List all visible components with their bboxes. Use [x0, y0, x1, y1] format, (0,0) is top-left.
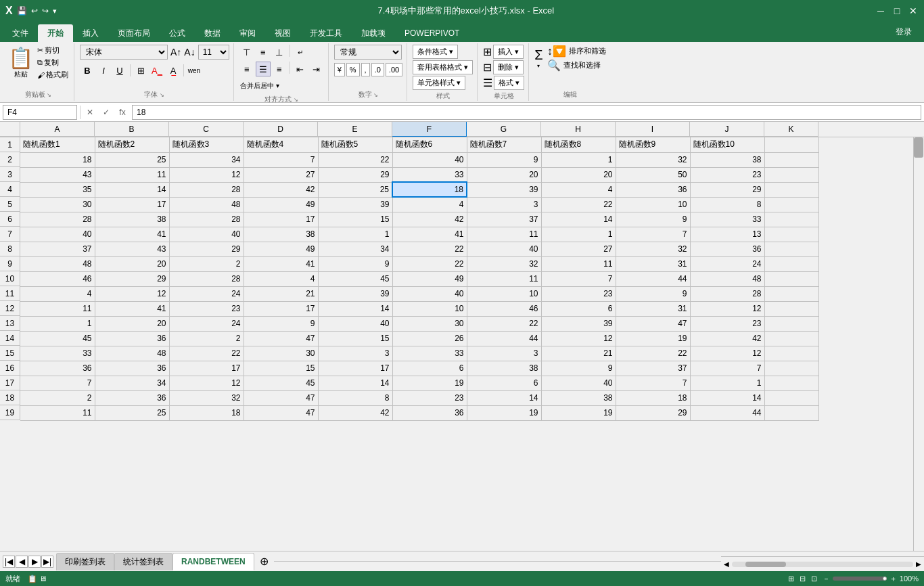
name-box[interactable] [3, 105, 77, 120]
cell-r9-c2[interactable]: 20 [95, 256, 169, 271]
increase-decimal-button[interactable]: .00 [386, 63, 402, 76]
cell-r3-c7[interactable]: 20 [467, 167, 541, 182]
cell-r14-c4[interactable]: 47 [244, 331, 318, 346]
cell-r10-c7[interactable]: 11 [467, 271, 541, 286]
insert-button[interactable]: 插入 ▾ [493, 45, 524, 59]
copy-button[interactable]: ⧉ 复制 [36, 57, 70, 68]
row-num-6[interactable]: 6 [0, 212, 20, 227]
cell-r18-c3[interactable]: 32 [169, 390, 244, 405]
cell-r15-c10[interactable]: 12 [690, 346, 764, 361]
cell-r16-c11[interactable] [764, 361, 818, 376]
cell-r10-c5[interactable]: 45 [318, 271, 392, 286]
cell-r5-c9[interactable]: 10 [616, 197, 690, 212]
cell-r18-c11[interactable] [764, 390, 818, 405]
cell-r16-c8[interactable]: 9 [541, 361, 616, 376]
row-num-19[interactable]: 19 [0, 405, 20, 420]
tab-addins[interactable]: 加载项 [352, 24, 395, 42]
row-num-3[interactable]: 3 [0, 167, 20, 182]
decrease-decimal-button[interactable]: .0 [371, 63, 384, 76]
cell-r14-c3[interactable]: 2 [169, 331, 244, 346]
cell-r2-c9[interactable]: 32 [616, 152, 690, 167]
cell-r15-c5[interactable]: 3 [318, 346, 392, 361]
cell-r5-c8[interactable]: 22 [541, 197, 616, 212]
minimize-button[interactable]: ─ [875, 5, 886, 16]
format-as-table-button[interactable]: 套用表格格式 ▾ [413, 60, 473, 74]
cell-r13-c1[interactable]: 1 [20, 316, 95, 331]
align-right-button[interactable]: ≡ [272, 62, 287, 76]
cell-r2-c8[interactable]: 1 [541, 152, 616, 167]
cell-r12-c8[interactable]: 6 [541, 301, 616, 316]
cell-r17-c3[interactable]: 12 [169, 376, 244, 390]
sheet-tab-tongji[interactable]: 统计签到表 [114, 553, 172, 570]
cell-r13-c6[interactable]: 30 [392, 316, 467, 331]
conditional-format-button[interactable]: 条件格式 ▾ [413, 45, 458, 59]
row-num-11[interactable]: 11 [0, 286, 20, 301]
redo-icon[interactable]: ↪ [42, 6, 49, 16]
formula-input[interactable] [132, 105, 921, 120]
cell-r16-c1[interactable]: 36 [20, 361, 95, 376]
insert-function-icon[interactable]: fx [116, 106, 129, 119]
cell-r6-c2[interactable]: 38 [95, 212, 169, 227]
cell-r18-c9[interactable]: 18 [616, 390, 690, 405]
cell-r12-c5[interactable]: 14 [318, 301, 392, 316]
cell-r10-c8[interactable]: 7 [541, 271, 616, 286]
cell-r4-c5[interactable]: 25 [318, 182, 392, 197]
cell-r6-c7[interactable]: 37 [467, 212, 541, 227]
cell-r11-c10[interactable]: 28 [690, 286, 764, 301]
cell-r16-c10[interactable]: 7 [690, 361, 764, 376]
cell-r6-c3[interactable]: 28 [169, 212, 244, 227]
cell-r8-c6[interactable]: 22 [392, 242, 467, 256]
currency-button[interactable]: ¥ [334, 63, 345, 76]
cell-r9-c3[interactable]: 2 [169, 256, 244, 271]
sheet-next-button[interactable]: ▶ [28, 556, 41, 568]
cell-r4-c3[interactable]: 28 [169, 182, 244, 197]
cell-r16-c7[interactable]: 38 [467, 361, 541, 376]
cell-r19-c11[interactable] [764, 405, 818, 420]
row-num-16[interactable]: 16 [0, 361, 20, 376]
cell-r9-c7[interactable]: 32 [467, 256, 541, 271]
cell-r9-c4[interactable]: 41 [244, 256, 318, 271]
cell-r7-c10[interactable]: 13 [690, 227, 764, 242]
cell-r4-c2[interactable]: 14 [95, 182, 169, 197]
grid[interactable]: 随机函数1随机函数2随机函数3随机函数4随机函数5随机函数6随机函数7随机函数8… [20, 137, 913, 551]
sort-filter-label[interactable]: 排序和筛选 [569, 46, 606, 56]
sum-button[interactable]: Σ ▾ [534, 47, 542, 69]
delete-button[interactable]: 删除 ▾ [493, 60, 524, 74]
col-header-a[interactable]: A [20, 122, 95, 137]
border-button[interactable]: ⊞ [133, 63, 148, 78]
align-bottom-button[interactable]: ⊥ [272, 45, 287, 60]
cell-r6-c5[interactable]: 15 [318, 212, 392, 227]
percent-button[interactable]: % [346, 63, 360, 76]
cell-r7-c9[interactable]: 7 [616, 227, 690, 242]
cell-r17-c11[interactable] [764, 376, 818, 390]
cell-r3-c2[interactable]: 11 [95, 167, 169, 182]
zoom-out-icon[interactable]: － [823, 574, 830, 584]
cell-r5-c11[interactable] [764, 197, 818, 212]
login-button[interactable]: 登录 [889, 25, 919, 39]
cell-r5-c6[interactable]: 4 [392, 197, 467, 212]
cell-r14-c10[interactable]: 42 [690, 331, 764, 346]
cell-r11-c3[interactable]: 24 [169, 286, 244, 301]
cell-r7-c11[interactable] [764, 227, 818, 242]
cell-r11-c7[interactable]: 10 [467, 286, 541, 301]
cell-r17-c9[interactable]: 7 [616, 376, 690, 390]
cell-r14-c9[interactable]: 19 [616, 331, 690, 346]
cell-r8-c10[interactable]: 36 [690, 242, 764, 256]
tab-review[interactable]: 审阅 [230, 24, 265, 42]
confirm-formula-icon[interactable]: ✓ [99, 106, 113, 119]
cancel-formula-icon[interactable]: ✕ [83, 106, 97, 119]
indent-less-button[interactable]: ⇤ [293, 62, 308, 76]
cell-r2-c1[interactable]: 18 [20, 152, 95, 167]
view-page-break-icon[interactable]: ⊡ [811, 574, 817, 583]
cell-r12-c7[interactable]: 46 [467, 301, 541, 316]
tab-powerpivot[interactable]: POWERPIVOT [395, 24, 469, 42]
row-num-15[interactable]: 15 [0, 346, 20, 361]
cell-r17-c10[interactable]: 1 [690, 376, 764, 390]
align-left-button[interactable]: ≡ [239, 62, 254, 76]
cell-r17-c6[interactable]: 19 [392, 376, 467, 390]
cut-button[interactable]: ✂ 剪切 [36, 45, 70, 56]
cell-r4-c1[interactable]: 35 [20, 182, 95, 197]
cell-r8-c8[interactable]: 27 [541, 242, 616, 256]
cell-r7-c8[interactable]: 1 [541, 227, 616, 242]
thousands-button[interactable]: , [361, 63, 370, 76]
